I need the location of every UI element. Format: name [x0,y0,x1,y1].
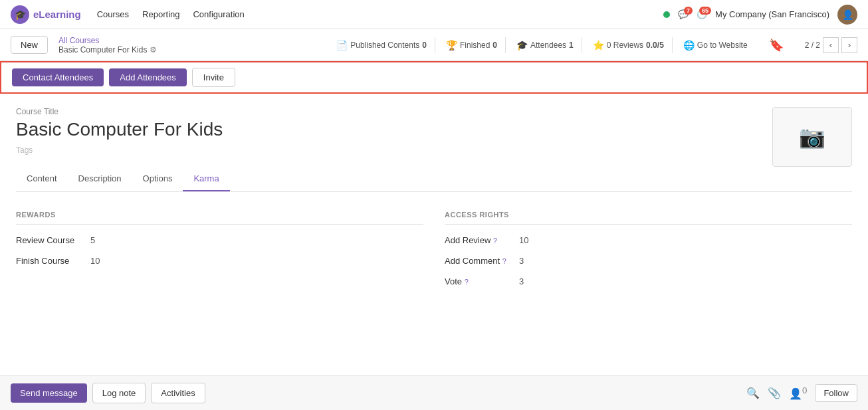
messages-icon[interactable]: 💬 7 [678,9,689,19]
reviews-label: 0 Reviews [607,41,643,50]
app-logo[interactable]: 🎓 eLearning [11,5,81,24]
breadcrumb-current-text: Basic Computer For Kids [58,45,147,54]
access-rights-section: ACCESS RIGHTS Add Review ? 10 Add Commen… [445,211,852,297]
karma-content: REWARDS Review Course 5 Finish Course 10… [16,205,852,302]
course-main-title[interactable]: Basic Computer For Kids [16,119,751,140]
breadcrumb-parent[interactable]: All Courses [58,36,157,45]
main-wrapper: Course Title Basic Computer For Kids Tag… [0,94,868,379]
rewards-finish-course-row: Finish Course 10 [16,256,423,266]
logo-icon: 🎓 [11,5,29,24]
finish-course-label: Finish Course [16,256,82,266]
add-review-label: Add Review ? [445,235,511,245]
add-review-value[interactable]: 10 [519,235,528,245]
stats-bar: 📄 Published Contents 0 🏆 Finished 0 🎓 At… [328,37,755,53]
activities-icon[interactable]: 🕐 65 [697,9,707,19]
settings-gear-icon[interactable]: ⚙ [150,45,157,54]
website-icon: 🌐 [683,40,695,51]
nav-courses[interactable]: Courses [97,9,129,19]
activities-badge: 65 [699,7,711,15]
finish-course-value[interactable]: 10 [90,256,100,266]
user-avatar[interactable]: 👤 [837,5,857,25]
bottom-bar: Send message Log note Activities 🔍 📎 👤0 … [0,375,868,379]
review-course-value[interactable]: 5 [90,235,95,245]
tab-content[interactable]: Content [16,167,68,191]
course-image-placeholder[interactable]: 📷 [772,107,852,167]
online-indicator [663,11,670,18]
stat-reviews[interactable]: ⭐ 0 Reviews 0.0/5 [585,37,673,53]
finished-label: Finished [460,41,490,50]
invite-button[interactable]: Invite [192,68,235,87]
company-name: My Company (San Francisco) [715,9,829,19]
pagination: 2 / 2 ‹ › [805,37,857,53]
tab-karma[interactable]: Karma [183,167,229,191]
vote-row: Vote ? 3 [445,276,852,286]
pagination-next-button[interactable]: › [841,37,857,53]
website-label: Go to Website [697,41,748,50]
vote-help-icon[interactable]: ? [465,278,469,286]
pagination-prev-button[interactable]: ‹ [823,37,839,53]
app-name: eLearning [33,9,81,20]
stat-published-contents[interactable]: 📄 Published Contents 0 [328,37,435,53]
breadcrumb-current: Basic Computer For Kids ⚙ [58,45,157,54]
pagination-display: 2 / 2 [805,41,820,50]
vote-label: Vote ? [445,276,511,286]
add-comment-label: Add Comment ? [445,256,511,266]
add-comment-row: Add Comment ? 3 [445,256,852,266]
published-contents-label: Published Contents [350,41,419,50]
tab-options[interactable]: Options [132,167,183,191]
reviews-icon: ⭐ [593,40,604,51]
finished-value: 0 [492,41,497,50]
add-comment-help-icon[interactable]: ? [502,257,506,265]
message-badge: 7 [684,7,693,15]
bookmark-icon[interactable]: 🔖 [769,38,784,52]
published-contents-icon: 📄 [336,40,348,51]
stat-attendees[interactable]: 🎓 Attendees 1 [508,37,582,53]
rewards-review-course-row: Review Course 5 [16,235,423,245]
attendees-label: Attendees [530,41,566,50]
page-body: Course Title Basic Computer For Kids Tag… [0,94,868,379]
finished-icon: 🏆 [446,40,457,51]
new-button[interactable]: New [11,36,48,54]
attendees-icon: 🎓 [516,40,528,51]
contact-attendees-button[interactable]: Contact Attendees [12,68,104,86]
rewards-section: REWARDS Review Course 5 Finish Course 10 [16,211,423,297]
attendees-value: 1 [569,41,574,50]
buttons-bar: Contact Attendees Add Attendees Invite [0,61,868,94]
form-left: Course Title Basic Computer For Kids Tag… [16,107,751,165]
tab-description[interactable]: Description [68,167,132,191]
tags-label[interactable]: Tags [16,146,751,155]
add-attendees-button[interactable]: Add Attendees [109,68,187,86]
topbar: 🎓 eLearning Courses Reporting Configurat… [0,0,868,29]
add-review-row: Add Review ? 10 [445,235,852,245]
action-bar: New All Courses Basic Computer For Kids … [0,29,868,61]
nav-configuration[interactable]: Configuration [193,9,244,19]
main-content: Course Title Basic Computer For Kids Tag… [0,94,868,356]
access-rights-section-title: ACCESS RIGHTS [445,211,852,225]
add-comment-value[interactable]: 3 [519,256,524,266]
reviews-score: 0.0/5 [646,41,664,50]
review-course-label: Review Course [16,235,82,245]
published-contents-value: 0 [422,41,427,50]
main-nav: Courses Reporting Configuration [97,9,245,19]
nav-reporting[interactable]: Reporting [142,9,179,19]
stat-goto-website[interactable]: 🌐 Go to Website [675,37,756,53]
vote-value[interactable]: 3 [519,276,524,286]
add-review-help-icon[interactable]: ? [493,237,497,245]
topbar-right: 💬 7 🕐 65 My Company (San Francisco) 👤 [663,5,857,25]
tabs: Content Description Options Karma [16,167,852,192]
breadcrumb: All Courses Basic Computer For Kids ⚙ [58,36,157,54]
rewards-section-title: REWARDS [16,211,423,225]
stat-finished[interactable]: 🏆 Finished 0 [438,37,506,53]
course-title-label: Course Title [16,107,751,116]
